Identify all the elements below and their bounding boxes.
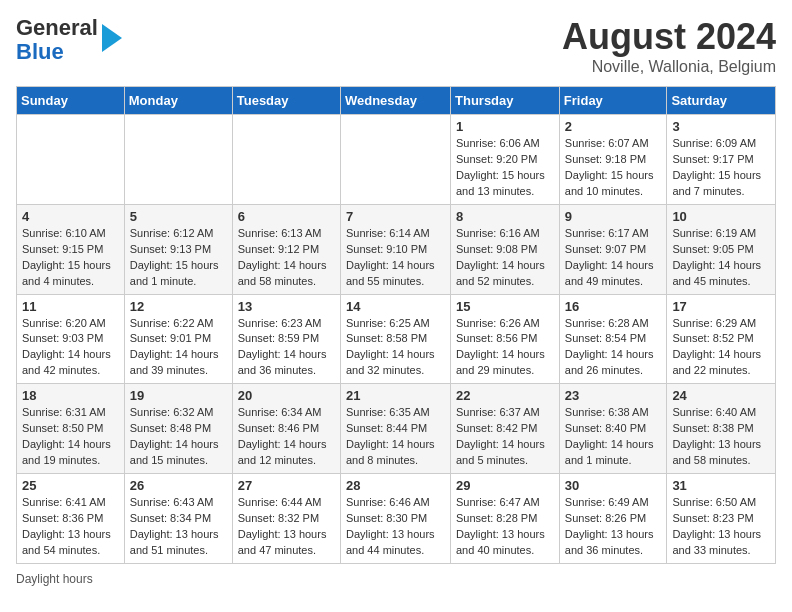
day-number: 29: [456, 478, 554, 493]
day-info: Sunrise: 6:23 AM Sunset: 8:59 PM Dayligh…: [238, 316, 335, 380]
day-info: Sunrise: 6:38 AM Sunset: 8:40 PM Dayligh…: [565, 405, 662, 469]
day-info: Sunrise: 6:37 AM Sunset: 8:42 PM Dayligh…: [456, 405, 554, 469]
day-number: 28: [346, 478, 445, 493]
day-info: Sunrise: 6:22 AM Sunset: 9:01 PM Dayligh…: [130, 316, 227, 380]
day-cell: 4Sunrise: 6:10 AM Sunset: 9:15 PM Daylig…: [17, 204, 125, 294]
day-info: Sunrise: 6:14 AM Sunset: 9:10 PM Dayligh…: [346, 226, 445, 290]
day-number: 9: [565, 209, 662, 224]
day-cell: 17Sunrise: 6:29 AM Sunset: 8:52 PM Dayli…: [667, 294, 776, 384]
day-number: 19: [130, 388, 227, 403]
day-number: 25: [22, 478, 119, 493]
day-number: 6: [238, 209, 335, 224]
week-row-3: 11Sunrise: 6:20 AM Sunset: 9:03 PM Dayli…: [17, 294, 776, 384]
week-row-1: 1Sunrise: 6:06 AM Sunset: 9:20 PM Daylig…: [17, 115, 776, 205]
day-cell: [340, 115, 450, 205]
day-cell: 12Sunrise: 6:22 AM Sunset: 9:01 PM Dayli…: [124, 294, 232, 384]
day-number: 21: [346, 388, 445, 403]
calendar-body: 1Sunrise: 6:06 AM Sunset: 9:20 PM Daylig…: [17, 115, 776, 564]
day-number: 11: [22, 299, 119, 314]
day-info: Sunrise: 6:10 AM Sunset: 9:15 PM Dayligh…: [22, 226, 119, 290]
day-cell: 19Sunrise: 6:32 AM Sunset: 8:48 PM Dayli…: [124, 384, 232, 474]
logo-arrow-icon: [102, 24, 122, 52]
day-cell: 9Sunrise: 6:17 AM Sunset: 9:07 PM Daylig…: [559, 204, 667, 294]
day-cell: [232, 115, 340, 205]
day-info: Sunrise: 6:40 AM Sunset: 8:38 PM Dayligh…: [672, 405, 770, 469]
day-cell: 6Sunrise: 6:13 AM Sunset: 9:12 PM Daylig…: [232, 204, 340, 294]
day-info: Sunrise: 6:32 AM Sunset: 8:48 PM Dayligh…: [130, 405, 227, 469]
day-cell: 29Sunrise: 6:47 AM Sunset: 8:28 PM Dayli…: [451, 474, 560, 564]
location-title: Noville, Wallonia, Belgium: [562, 58, 776, 76]
header-friday: Friday: [559, 87, 667, 115]
day-number: 13: [238, 299, 335, 314]
day-cell: 2Sunrise: 6:07 AM Sunset: 9:18 PM Daylig…: [559, 115, 667, 205]
day-info: Sunrise: 6:44 AM Sunset: 8:32 PM Dayligh…: [238, 495, 335, 559]
header-saturday: Saturday: [667, 87, 776, 115]
header-sunday: Sunday: [17, 87, 125, 115]
day-info: Sunrise: 6:29 AM Sunset: 8:52 PM Dayligh…: [672, 316, 770, 380]
day-number: 10: [672, 209, 770, 224]
day-cell: 15Sunrise: 6:26 AM Sunset: 8:56 PM Dayli…: [451, 294, 560, 384]
day-cell: [124, 115, 232, 205]
week-row-5: 25Sunrise: 6:41 AM Sunset: 8:36 PM Dayli…: [17, 474, 776, 564]
day-cell: 11Sunrise: 6:20 AM Sunset: 9:03 PM Dayli…: [17, 294, 125, 384]
footer-text: Daylight hours: [16, 572, 93, 586]
day-info: Sunrise: 6:25 AM Sunset: 8:58 PM Dayligh…: [346, 316, 445, 380]
day-number: 23: [565, 388, 662, 403]
day-cell: 3Sunrise: 6:09 AM Sunset: 9:17 PM Daylig…: [667, 115, 776, 205]
day-cell: 25Sunrise: 6:41 AM Sunset: 8:36 PM Dayli…: [17, 474, 125, 564]
header-thursday: Thursday: [451, 87, 560, 115]
day-cell: 20Sunrise: 6:34 AM Sunset: 8:46 PM Dayli…: [232, 384, 340, 474]
day-number: 18: [22, 388, 119, 403]
day-info: Sunrise: 6:06 AM Sunset: 9:20 PM Dayligh…: [456, 136, 554, 200]
day-info: Sunrise: 6:49 AM Sunset: 8:26 PM Dayligh…: [565, 495, 662, 559]
day-number: 24: [672, 388, 770, 403]
day-info: Sunrise: 6:43 AM Sunset: 8:34 PM Dayligh…: [130, 495, 227, 559]
day-number: 5: [130, 209, 227, 224]
day-cell: 23Sunrise: 6:38 AM Sunset: 8:40 PM Dayli…: [559, 384, 667, 474]
day-number: 12: [130, 299, 227, 314]
logo: General Blue: [16, 16, 122, 64]
day-info: Sunrise: 6:26 AM Sunset: 8:56 PM Dayligh…: [456, 316, 554, 380]
header-row: SundayMondayTuesdayWednesdayThursdayFrid…: [17, 87, 776, 115]
logo-general: General: [16, 15, 98, 40]
day-cell: 14Sunrise: 6:25 AM Sunset: 8:58 PM Dayli…: [340, 294, 450, 384]
week-row-4: 18Sunrise: 6:31 AM Sunset: 8:50 PM Dayli…: [17, 384, 776, 474]
day-info: Sunrise: 6:35 AM Sunset: 8:44 PM Dayligh…: [346, 405, 445, 469]
day-cell: 21Sunrise: 6:35 AM Sunset: 8:44 PM Dayli…: [340, 384, 450, 474]
day-info: Sunrise: 6:13 AM Sunset: 9:12 PM Dayligh…: [238, 226, 335, 290]
day-number: 15: [456, 299, 554, 314]
page-header: General Blue August 2024 Noville, Wallon…: [16, 16, 776, 76]
day-cell: 8Sunrise: 6:16 AM Sunset: 9:08 PM Daylig…: [451, 204, 560, 294]
month-title: August 2024: [562, 16, 776, 58]
header-wednesday: Wednesday: [340, 87, 450, 115]
day-number: 1: [456, 119, 554, 134]
day-info: Sunrise: 6:31 AM Sunset: 8:50 PM Dayligh…: [22, 405, 119, 469]
day-number: 14: [346, 299, 445, 314]
day-number: 30: [565, 478, 662, 493]
day-cell: 7Sunrise: 6:14 AM Sunset: 9:10 PM Daylig…: [340, 204, 450, 294]
day-info: Sunrise: 6:17 AM Sunset: 9:07 PM Dayligh…: [565, 226, 662, 290]
day-cell: 13Sunrise: 6:23 AM Sunset: 8:59 PM Dayli…: [232, 294, 340, 384]
day-cell: 26Sunrise: 6:43 AM Sunset: 8:34 PM Dayli…: [124, 474, 232, 564]
day-number: 4: [22, 209, 119, 224]
day-number: 3: [672, 119, 770, 134]
day-info: Sunrise: 6:41 AM Sunset: 8:36 PM Dayligh…: [22, 495, 119, 559]
footer: Daylight hours: [16, 572, 776, 586]
day-info: Sunrise: 6:34 AM Sunset: 8:46 PM Dayligh…: [238, 405, 335, 469]
day-cell: 24Sunrise: 6:40 AM Sunset: 8:38 PM Dayli…: [667, 384, 776, 474]
day-number: 20: [238, 388, 335, 403]
day-info: Sunrise: 6:50 AM Sunset: 8:23 PM Dayligh…: [672, 495, 770, 559]
header-monday: Monday: [124, 87, 232, 115]
calendar-header: SundayMondayTuesdayWednesdayThursdayFrid…: [17, 87, 776, 115]
logo-blue: Blue: [16, 39, 64, 64]
day-info: Sunrise: 6:47 AM Sunset: 8:28 PM Dayligh…: [456, 495, 554, 559]
title-area: August 2024 Noville, Wallonia, Belgium: [562, 16, 776, 76]
day-cell: 22Sunrise: 6:37 AM Sunset: 8:42 PM Dayli…: [451, 384, 560, 474]
day-number: 16: [565, 299, 662, 314]
day-info: Sunrise: 6:46 AM Sunset: 8:30 PM Dayligh…: [346, 495, 445, 559]
day-cell: 31Sunrise: 6:50 AM Sunset: 8:23 PM Dayli…: [667, 474, 776, 564]
day-number: 7: [346, 209, 445, 224]
day-cell: 16Sunrise: 6:28 AM Sunset: 8:54 PM Dayli…: [559, 294, 667, 384]
day-cell: 5Sunrise: 6:12 AM Sunset: 9:13 PM Daylig…: [124, 204, 232, 294]
day-cell: [17, 115, 125, 205]
